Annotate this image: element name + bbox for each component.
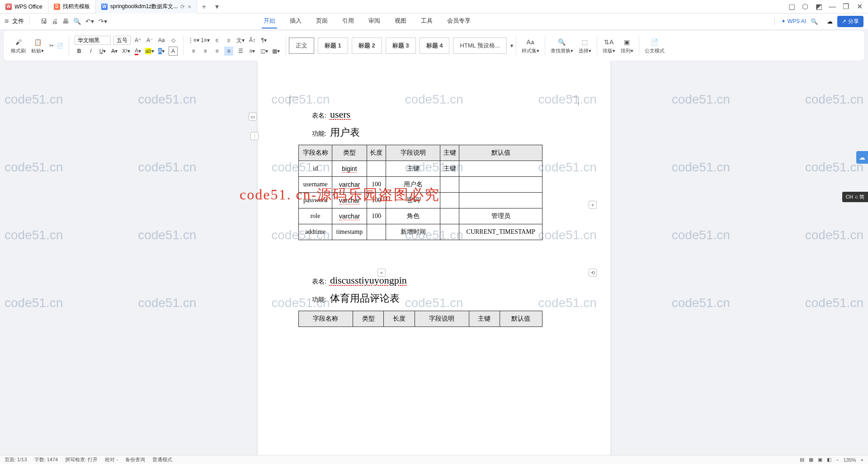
- search-icon[interactable]: 🔍: [811, 18, 818, 25]
- align-right-icon[interactable]: ≡: [212, 47, 222, 56]
- style-normal[interactable]: 正文: [289, 38, 314, 54]
- format-brush-group[interactable]: 🖌 格式刷: [8, 38, 28, 54]
- bold-button[interactable]: B: [75, 47, 84, 56]
- tab-document[interactable]: W springbootkdm1z数据库文... ⟳ ×: [96, 0, 198, 14]
- menu-tab-vip[interactable]: 会员专享: [445, 14, 472, 28]
- status-view-mode[interactable]: 普通模式: [152, 456, 172, 463]
- table-func-value[interactable]: 体育用品评论表: [330, 292, 400, 305]
- document-page[interactable]: ▭ ⋮ 表名: users 功能: 用户表 字段名称 类型 长度 字段说明 主键…: [258, 61, 610, 455]
- align-center-icon[interactable]: ≡: [201, 47, 210, 56]
- table-name-value[interactable]: discusstiyuyongpin: [330, 275, 407, 286]
- official-mode-group[interactable]: 📄公文模式: [642, 38, 667, 54]
- tab-menu-caret[interactable]: ▾: [211, 2, 223, 11]
- th[interactable]: 默认值: [500, 311, 542, 327]
- char-border-button[interactable]: A: [169, 47, 178, 56]
- status-page[interactable]: 页面: 1/13: [5, 456, 27, 463]
- menu-tab-review[interactable]: 审阅: [367, 14, 382, 28]
- close-window-button[interactable]: ✕: [854, 1, 865, 13]
- menu-tab-view[interactable]: 视图: [393, 14, 408, 28]
- font-size-select[interactable]: [113, 36, 131, 45]
- window-cube-icon[interactable]: ⬡: [799, 1, 811, 13]
- export-icon[interactable]: 🖨: [52, 18, 58, 25]
- zoom-level[interactable]: 135%: [843, 457, 856, 463]
- table-func-value[interactable]: 用户表: [330, 126, 360, 139]
- tab-refresh-icon[interactable]: ⟳: [180, 4, 185, 10]
- status-backup[interactable]: 备份查询: [125, 456, 145, 463]
- sort-icon[interactable]: Ā↕: [248, 36, 257, 45]
- font-name-select[interactable]: [75, 36, 111, 45]
- style-more-icon[interactable]: ▾: [510, 43, 513, 49]
- paste-group[interactable]: 📋 粘贴▾: [28, 38, 47, 54]
- style-h1[interactable]: 标题 1: [318, 38, 348, 54]
- tab-docker-templates[interactable]: D 找稻壳模板: [48, 0, 96, 14]
- table-resize-icon[interactable]: ⟲: [589, 269, 597, 277]
- borders-icon[interactable]: ▦▾: [271, 47, 280, 56]
- th[interactable]: 主键: [440, 145, 459, 161]
- menu-tab-reference[interactable]: 引用: [340, 14, 356, 28]
- ime-badge[interactable]: CH ♫ 简: [842, 192, 868, 202]
- menu-tab-insert[interactable]: 插入: [288, 14, 303, 28]
- table-name-value[interactable]: users: [330, 109, 350, 120]
- style-html[interactable]: HTML 预设格...: [453, 38, 506, 54]
- status-spellcheck[interactable]: 拼写检查: 打开: [65, 456, 98, 463]
- view-mode-icon[interactable]: ▦: [809, 457, 813, 463]
- layout-group[interactable]: ⇅A排版▾: [600, 38, 618, 54]
- preview-icon[interactable]: 🔍: [73, 18, 81, 25]
- arrange-group[interactable]: ▣排列▾: [618, 38, 636, 54]
- style-h3[interactable]: 标题 3: [386, 38, 416, 54]
- cloud-icon[interactable]: ☁: [827, 18, 833, 25]
- menu-tab-tools[interactable]: 工具: [419, 14, 434, 28]
- cut-icon[interactable]: ✂: [49, 43, 54, 49]
- superscript-button[interactable]: X²▾: [122, 47, 131, 56]
- th[interactable]: 长度: [367, 145, 386, 161]
- zoom-out-icon[interactable]: −: [836, 457, 839, 463]
- menu-tab-start[interactable]: 开始: [262, 14, 277, 28]
- th[interactable]: 字段说明: [415, 311, 469, 327]
- document-canvas[interactable]: ▭ ⋮ 表名: users 功能: 用户表 字段名称 类型 长度 字段说明 主键…: [0, 61, 868, 455]
- menu-tab-page[interactable]: 页面: [314, 14, 330, 28]
- number-list-icon[interactable]: 1≡▾: [201, 36, 210, 45]
- font-color-button[interactable]: A▾: [133, 47, 142, 56]
- share-button[interactable]: ↗ 分享: [837, 16, 863, 27]
- decrease-indent-icon[interactable]: ≤: [212, 36, 222, 45]
- new-tab-button[interactable]: +: [197, 3, 210, 11]
- style-h2[interactable]: 标题 2: [352, 38, 382, 54]
- th[interactable]: 主键: [469, 311, 500, 327]
- style-h4[interactable]: 标题 4: [420, 38, 450, 54]
- print-icon[interactable]: 🖶: [62, 18, 69, 25]
- underline-button[interactable]: U▾: [98, 47, 107, 56]
- db-table-users[interactable]: 字段名称 类型 长度 字段说明 主键 默认值 idbigint主键主键 user…: [298, 145, 542, 240]
- th[interactable]: 类型: [353, 311, 383, 327]
- window-app-icon[interactable]: ▢: [786, 1, 797, 13]
- outline-handle-icon[interactable]: ⋮: [250, 132, 259, 140]
- copy-icon[interactable]: 📄: [57, 43, 63, 49]
- th[interactable]: 字段名称: [299, 145, 332, 161]
- file-menu[interactable]: 文件: [12, 17, 24, 25]
- shading-button[interactable]: A▾: [157, 47, 166, 56]
- window-avatar-icon[interactable]: ◩: [813, 1, 825, 13]
- db-table-discuss[interactable]: 字段名称 类型 长度 字段说明 主键 默认值: [298, 311, 542, 327]
- redo-icon[interactable]: ↷▾: [99, 18, 107, 25]
- outline-handle-icon[interactable]: ▭: [249, 113, 257, 121]
- strike-button[interactable]: A̶▾: [110, 47, 119, 56]
- th[interactable]: 长度: [384, 311, 415, 327]
- asian-layout-icon[interactable]: 文▾: [236, 36, 245, 45]
- cloud-float-icon[interactable]: ☁: [856, 151, 868, 164]
- distribute-icon[interactable]: ☰: [236, 47, 245, 56]
- zoom-in-icon[interactable]: +: [861, 457, 863, 463]
- view-mode-icon[interactable]: ▣: [818, 457, 822, 463]
- minimize-button[interactable]: —: [826, 1, 838, 13]
- table-add-col-icon[interactable]: +: [589, 201, 597, 209]
- bullet-list-icon[interactable]: ⋮≡▾: [189, 36, 198, 45]
- change-case-icon[interactable]: Aa: [157, 36, 166, 45]
- save-icon[interactable]: 🖫: [41, 18, 47, 25]
- increase-font-icon[interactable]: A⁺: [133, 36, 142, 45]
- maximize-button[interactable]: ❐: [840, 1, 852, 13]
- wps-ai-button[interactable]: ✦ WPS AI: [781, 18, 806, 24]
- th[interactable]: 字段说明: [386, 145, 440, 161]
- status-proof[interactable]: 校对 -: [105, 456, 118, 463]
- undo-icon[interactable]: ↶▾: [85, 18, 94, 25]
- hamburger-icon[interactable]: ≡: [5, 17, 9, 25]
- th[interactable]: 默认值: [459, 145, 542, 161]
- line-spacing-icon[interactable]: ≡▾: [248, 47, 257, 56]
